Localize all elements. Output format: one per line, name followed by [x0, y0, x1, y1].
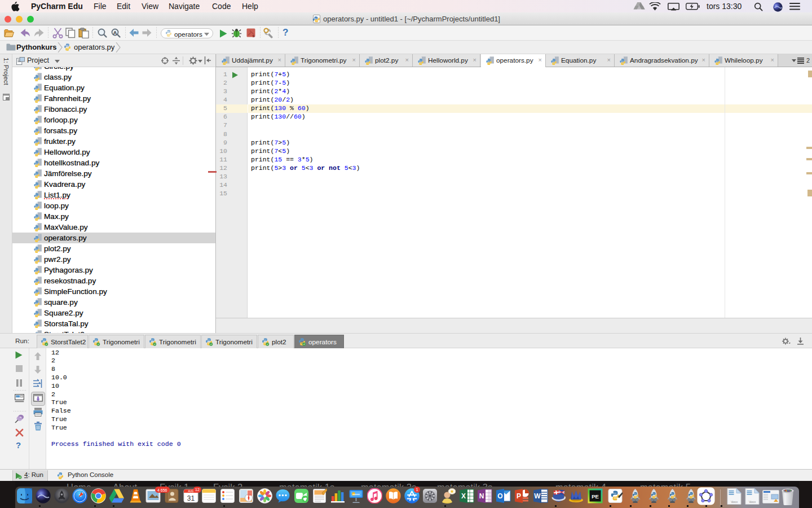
- svg-text:W: W: [534, 492, 541, 500]
- svg-text:X: X: [461, 492, 466, 500]
- svg-text:N: N: [479, 492, 484, 500]
- svg-text:A: A: [113, 30, 117, 36]
- svg-text:PE: PE: [592, 493, 599, 500]
- svg-text:'docx: 'docx: [731, 500, 738, 503]
- svg-text:O: O: [497, 492, 502, 500]
- svg-text:s: s: [253, 34, 255, 38]
- svg-text:'docx: 'docx: [749, 500, 756, 503]
- svg-text:31: 31: [187, 494, 195, 502]
- svg-text:P: P: [517, 492, 521, 500]
